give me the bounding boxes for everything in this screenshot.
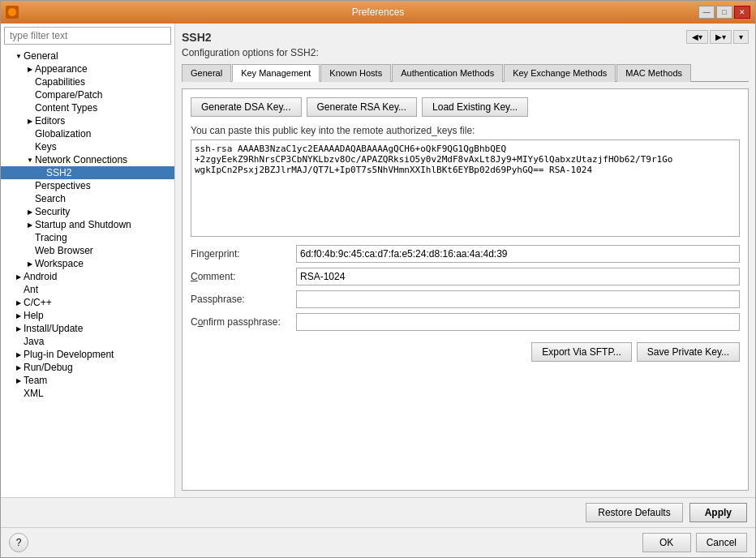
generate-rsa-key-button[interactable]: Generate RSA Key... (307, 97, 418, 117)
tree-item-search[interactable]: Search (1, 192, 174, 205)
footer: ? OK Cancel (1, 527, 755, 557)
tree-arrow (14, 363, 24, 372)
save-private-key-button[interactable]: Save Private Key... (637, 342, 740, 362)
ok-button[interactable]: OK (642, 533, 691, 552)
main-content: General Appearance Capabilities Compare/… (1, 24, 755, 497)
tree-arrow (14, 376, 24, 385)
tree-item-install-update[interactable]: Install/Update (1, 322, 174, 335)
tree-arrow (25, 90, 35, 100)
help-button[interactable]: ? (9, 533, 28, 552)
tree-item-general[interactable]: General (1, 49, 174, 62)
tab-auth-methods[interactable]: Authentication Methods (392, 64, 503, 82)
dropdown-button[interactable]: ▾ (733, 30, 749, 44)
tab-mac-methods[interactable]: MAC Methods (616, 64, 691, 82)
restore-defaults-button[interactable]: Restore Defaults (586, 503, 682, 522)
tree-item-startup-shutdown[interactable]: Startup and Shutdown (1, 218, 174, 231)
title-bar: Preferences — □ ✕ (1, 1, 755, 24)
forward-button[interactable]: ▶▾ (710, 30, 732, 44)
tree-label: Compare/Patch (35, 89, 102, 101)
load-existing-key-button[interactable]: Load Existing Key... (422, 97, 528, 117)
tree-label: Install/Update (24, 323, 83, 334)
tree-item-editors[interactable]: Editors (1, 114, 174, 127)
tree-label: Help (24, 310, 44, 321)
tree-item-appearance[interactable]: Appearance (1, 62, 174, 75)
title-bar-left (6, 6, 19, 19)
tree-item-capabilities[interactable]: Capabilities (1, 75, 174, 88)
tree-arrow (25, 194, 35, 204)
tree-label: Tracing (35, 232, 67, 243)
tree-label: Run/Debug (24, 362, 73, 373)
tree-item-xml[interactable]: XML (1, 387, 174, 400)
tree-arrow (25, 220, 35, 230)
tree-arrow (25, 103, 35, 113)
tab-key-management[interactable]: Key Management (232, 64, 320, 82)
action-footer: Restore Defaults Apply (1, 497, 755, 527)
tree-item-plugin-dev[interactable]: Plug-in Development (1, 348, 174, 361)
tree-arrow (25, 207, 35, 217)
tree-item-java[interactable]: Java (1, 335, 174, 348)
tree-arrow (14, 272, 24, 281)
tree-label: Network Connections (35, 154, 127, 165)
comment-row: Comment: (191, 268, 740, 285)
export-sftp-button[interactable]: Export Via SFTP... (531, 342, 632, 362)
confirm-passphrase-input[interactable] (296, 313, 740, 331)
close-button[interactable]: ✕ (734, 6, 750, 19)
tree-item-perspectives[interactable]: Perspectives (1, 179, 174, 192)
tree-arrow (14, 311, 24, 320)
tabs-container: General Key Management Known Hosts Authe… (182, 63, 749, 82)
tree-item-help[interactable]: Help (1, 309, 174, 322)
tree-label: Workspace (35, 258, 84, 269)
comment-input[interactable] (296, 268, 740, 285)
tree-label: Content Types (35, 102, 97, 114)
tree-item-ssh2[interactable]: SSH2 (1, 166, 174, 179)
tree-arrow (14, 285, 24, 294)
tree-item-team[interactable]: Team (1, 374, 174, 387)
tab-known-hosts[interactable]: Known Hosts (320, 64, 391, 82)
tree-item-content-types[interactable]: Content Types (1, 101, 174, 114)
tree-item-keys[interactable]: Keys (1, 140, 174, 153)
generate-dsa-key-button[interactable]: Generate DSA Key... (191, 97, 302, 117)
footer-left: ? (9, 533, 28, 552)
tree-label: Startup and Shutdown (35, 219, 131, 230)
tree-item-globalization[interactable]: Globalization (1, 127, 174, 140)
main-header: SSH2 ◀▾ ▶▾ ▾ (182, 30, 749, 44)
passphrase-input[interactable] (296, 290, 740, 308)
panel-title: SSH2 (182, 31, 212, 44)
tree-arrow (25, 64, 35, 74)
app-icon (6, 6, 19, 19)
tree-item-ant[interactable]: Ant (1, 283, 174, 296)
tree-item-workspace[interactable]: Workspace (1, 257, 174, 270)
tree-label: Search (35, 193, 66, 204)
key-buttons: Generate DSA Key... Generate RSA Key... … (191, 97, 740, 117)
tree-arrow (25, 155, 35, 165)
tree-arrow (14, 324, 24, 333)
tab-key-exchange[interactable]: Key Exchange Methods (504, 64, 616, 82)
tree-label: Keys (35, 141, 57, 152)
tree-item-compare-patch[interactable]: Compare/Patch (1, 88, 174, 101)
tab-general[interactable]: General (182, 64, 231, 82)
tree-item-run-debug[interactable]: Run/Debug (1, 361, 174, 374)
tree-label: Java (24, 336, 44, 347)
tree-item-security[interactable]: Security (1, 205, 174, 218)
tree-label: Plug-in Development (24, 349, 114, 360)
cancel-button[interactable]: Cancel (696, 533, 747, 552)
apply-button[interactable]: Apply (689, 503, 747, 522)
tree-item-web-browser[interactable]: Web Browser (1, 244, 174, 257)
tree-item-android[interactable]: Android (1, 270, 174, 283)
maximize-button[interactable]: □ (716, 6, 732, 19)
back-button[interactable]: ◀▾ (686, 30, 708, 44)
tree-label: Ant (24, 284, 38, 295)
key-textarea[interactable]: ssh-rsa AAAAB3NzaC1yc2EAAAADAQABAAAAgQCH… (191, 140, 740, 237)
tree-item-cpp[interactable]: C/C++ (1, 296, 174, 309)
tree-item-tracing[interactable]: Tracing (1, 231, 174, 244)
filter-input[interactable] (4, 27, 171, 45)
tree-item-network-connections[interactable]: Network Connections (1, 153, 174, 166)
fingerprint-input[interactable] (296, 245, 740, 263)
tree-label: Perspectives (35, 180, 91, 191)
fingerprint-row: Fingerprint: (191, 245, 740, 263)
svg-point-0 (8, 8, 16, 16)
tree-arrow (14, 337, 24, 346)
tree-arrow (25, 116, 35, 126)
tree-arrow (25, 181, 35, 191)
minimize-button[interactable]: — (698, 6, 715, 19)
